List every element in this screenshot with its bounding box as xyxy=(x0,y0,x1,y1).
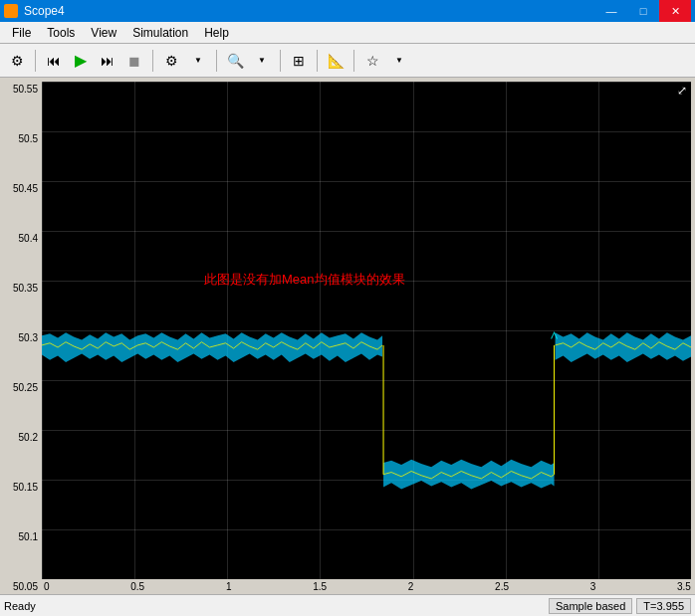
x-label-2: 1 xyxy=(226,581,232,592)
close-button[interactable]: ✕ xyxy=(659,0,691,22)
x-axis: 0 0.5 1 1.5 2 2.5 3 3.5 xyxy=(42,579,691,594)
y-label-6: 50.25 xyxy=(4,382,38,393)
y-label-7: 50.2 xyxy=(4,432,38,443)
time-badge: T=3.955 xyxy=(636,598,691,614)
stop-button[interactable]: ◼ xyxy=(121,48,147,74)
settings-button[interactable]: ⚙ xyxy=(4,48,30,74)
menu-simulation[interactable]: Simulation xyxy=(124,24,196,42)
app-icon xyxy=(4,4,18,18)
config-button[interactable]: ⚙ xyxy=(158,48,184,74)
toolbar-group-3: ⚙ ▼ xyxy=(158,48,211,74)
extra-button[interactable]: ☆ xyxy=(359,48,385,74)
toolbar-group-5: ⊞ xyxy=(286,48,312,74)
plot-area-wrapper: 此图是没有加Mean均值模块的效果 xyxy=(42,82,691,594)
y-label-3: 50.4 xyxy=(4,233,38,244)
menu-file[interactable]: File xyxy=(4,24,39,42)
extra-dropdown[interactable]: ▼ xyxy=(386,48,412,74)
x-label-6: 3 xyxy=(590,581,596,592)
y-label-10: 50.05 xyxy=(4,581,38,592)
toolbar-group-6: 📐 xyxy=(323,48,348,74)
x-label-7: 3.5 xyxy=(677,581,691,592)
toolbar-group-2: ⏮ ▶ ⏭ ◼ xyxy=(41,48,147,74)
y-axis: 50.55 50.5 50.45 50.4 50.35 50.3 50.25 5… xyxy=(4,82,42,594)
status-text: Ready xyxy=(4,600,36,612)
zoom-fit-button[interactable]: ⊞ xyxy=(286,48,312,74)
signal-plot xyxy=(42,82,691,579)
toolbar: ⚙ ⏮ ▶ ⏭ ◼ ⚙ ▼ 🔍 ▼ ⊞ 📐 ☆ ▼ xyxy=(0,44,695,78)
chevron-down-button[interactable]: ▼ xyxy=(185,48,211,74)
maximize-button[interactable]: □ xyxy=(627,0,659,22)
y-label-1: 50.5 xyxy=(4,133,38,144)
menu-bar: File Tools View Simulation Help xyxy=(0,22,695,44)
status-right: Sample based T=3.955 xyxy=(549,598,691,614)
step-button[interactable]: ⏭ xyxy=(95,48,120,74)
toolbar-group-1: ⚙ xyxy=(4,48,30,74)
menu-tools[interactable]: Tools xyxy=(39,24,83,42)
y-label-5: 50.3 xyxy=(4,332,38,343)
y-label-4: 50.35 xyxy=(4,283,38,294)
x-label-0: 0 xyxy=(44,581,50,592)
plot-container: 50.55 50.5 50.45 50.4 50.35 50.3 50.25 5… xyxy=(0,78,695,594)
x-label-3: 1.5 xyxy=(313,581,327,592)
x-label-4: 2 xyxy=(408,581,414,592)
signal-band-1 xyxy=(42,332,382,362)
title-bar: Scope4 — □ ✕ xyxy=(0,0,695,22)
toolbar-separator-2 xyxy=(152,50,153,72)
x-label-5: 2.5 xyxy=(495,581,509,592)
cursor-button[interactable]: 📐 xyxy=(323,48,348,74)
window-controls: — □ ✕ xyxy=(595,0,691,22)
maximize-plot-button[interactable]: ⤢ xyxy=(677,84,687,98)
sample-based-badge: Sample based xyxy=(549,598,632,614)
y-label-0: 50.55 xyxy=(4,84,38,95)
toolbar-separator-1 xyxy=(35,50,36,72)
x-label-1: 0.5 xyxy=(130,581,144,592)
toolbar-separator-5 xyxy=(317,50,318,72)
toolbar-group-7: ☆ ▼ xyxy=(359,48,412,74)
y-label-8: 50.15 xyxy=(4,482,38,493)
status-bar: Ready Sample based T=3.955 xyxy=(0,594,695,616)
play-button[interactable]: ▶ xyxy=(68,48,94,74)
menu-view[interactable]: View xyxy=(83,24,124,42)
minimize-button[interactable]: — xyxy=(595,0,627,22)
y-label-2: 50.45 xyxy=(4,183,38,194)
toolbar-separator-3 xyxy=(216,50,217,72)
toolbar-group-4: 🔍 ▼ xyxy=(222,48,275,74)
toolbar-separator-4 xyxy=(280,50,281,72)
toolbar-separator-6 xyxy=(353,50,354,72)
plot-canvas[interactable]: 此图是没有加Mean均值模块的效果 xyxy=(42,82,691,579)
y-label-9: 50.1 xyxy=(4,531,38,542)
rewind-button[interactable]: ⏮ xyxy=(41,48,67,74)
zoom-in-button[interactable]: 🔍 xyxy=(222,48,248,74)
menu-help[interactable]: Help xyxy=(196,24,237,42)
window-title: Scope4 xyxy=(24,4,65,18)
zoom-sep[interactable]: ▼ xyxy=(249,48,275,74)
